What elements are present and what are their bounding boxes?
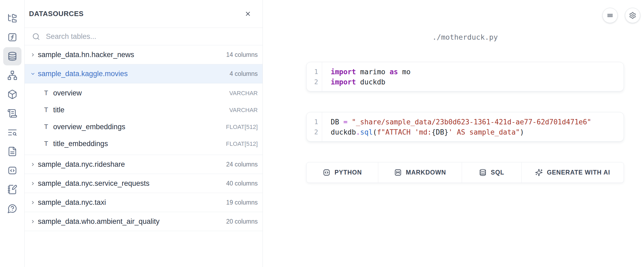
sidebar-item-snippets[interactable] [3,161,21,180]
dependency-graph-icon [7,70,17,80]
column-row[interactable]: TtitleVARCHAR [25,102,263,118]
close-panel-button[interactable] [242,8,254,20]
column-name: title_embeddings [53,140,108,148]
add-cell-button-label: PYTHON [334,169,362,176]
add-cell-generate-ai-button[interactable]: GENERATE WITH AI [522,162,624,183]
line-number: 1 [307,117,318,127]
table-row[interactable]: sample_data.kaggle.movies4 columns [25,64,263,83]
add-cell-button-label: SQL [491,169,504,176]
table-row[interactable]: sample_data.hn.hacker_news14 columns [25,45,263,64]
column-name: title [53,106,64,114]
code-token: ' AS sample_data" [448,128,520,136]
help-icon [7,203,17,214]
column-name: overview_embeddings [53,123,125,131]
column-type-icon: T [44,89,51,97]
code-token: "_share/sample_data/23b0d623-1361-421d-a… [352,118,591,126]
add-cell-bar: PYTHONMARKDOWNSQLGENERATE WITH AI [306,162,624,183]
snippets-icon [7,165,17,176]
markdown-box-icon [394,169,402,176]
sidebar-item-datasources[interactable] [3,47,21,65]
column-type-icon: T [44,140,51,148]
column-row[interactable]: ToverviewVARCHAR [25,85,263,102]
code-token: import [331,68,356,76]
sidebar-item-packages[interactable] [3,85,21,103]
table-column-count: 14 columns [226,51,258,58]
sparkles-icon [535,169,543,176]
table-name: sample_data.hn.hacker_news [38,51,134,59]
line-number: 2 [307,77,318,87]
function-icon [7,32,17,42]
add-cell-python-button[interactable]: PYTHON [307,162,378,183]
scratchpad-icon [7,184,17,195]
code-token: mo [398,68,410,76]
code-token: sql [360,128,373,136]
sidebar-item-help[interactable] [3,199,21,218]
table-name: sample_data.who.ambient_air_quality [38,217,159,226]
table-row[interactable]: sample_data.nyc.taxi19 columns [25,193,263,212]
sidebar-item-dependencies[interactable] [3,66,21,84]
table-row[interactable]: sample_data.nyc.rideshare24 columns [25,155,263,174]
code-token: duckdb [356,78,385,86]
table-name: sample_data.nyc.service_requests [38,179,150,188]
code-token: f"ATTACH 'md: [377,128,432,136]
panel-title: DATASOURCES [29,10,84,18]
file-tree-icon [7,13,17,23]
table-column-count: 24 columns [226,161,258,168]
sidebar-item-scratchpad[interactable] [3,180,21,199]
chevron-right-icon [30,200,35,205]
line-number-gutter: 12 [307,62,322,91]
add-cell-button-label: GENERATE WITH AI [547,169,610,176]
table-columns-group: ToverviewVARCHARTtitleVARCHARToverview_e… [25,83,263,155]
code-line: duckdb.sql(f"ATTACH 'md:{DB}' AS sample_… [331,127,617,137]
sidebar-item-file-explorer[interactable] [3,9,21,27]
search-input[interactable] [45,32,258,41]
table-column-count: 40 columns [226,180,258,187]
table-name: sample_data.nyc.rideshare [38,160,125,169]
chevron-down-icon [30,71,35,76]
column-type: FLOAT[512] [226,140,258,147]
column-row[interactable]: Toverview_embeddingsFLOAT[512] [25,118,263,135]
column-type: VARCHAR [229,107,258,114]
table-row[interactable]: sample_data.who.ambient_air_quality20 co… [25,212,263,231]
search-icon [32,32,40,41]
logs-icon [7,108,17,118]
chevron-right-icon [30,181,35,186]
search-row [25,28,263,45]
datasources-panel: DATASOURCES sample_data.hn.hacker_news14… [25,0,263,267]
code-token: as [390,68,398,76]
table-name: sample_data.nyc.taxi [38,198,106,207]
line-number-gutter: 12 [307,112,322,141]
code-cell: 12DB = "_share/sample_data/23b0d623-1361… [306,112,624,142]
chevron-right-icon [30,162,35,167]
document-icon [7,146,17,157]
sidebar-item-variables[interactable] [3,28,21,46]
close-icon [245,10,251,17]
code-token: {DB} [432,128,449,136]
code-line: DB = "_share/sample_data/23b0d623-1361-4… [331,117,617,127]
sidebar-item-logs[interactable] [3,104,21,123]
database-icon [479,169,487,176]
code-editor[interactable]: import marimo as moimport duckdb [322,62,624,91]
settings-button[interactable] [625,8,640,23]
notebook-filename[interactable]: ./motherduck.py [306,33,624,41]
sidebar-item-tracebacks[interactable] [3,123,21,142]
chevron-right-icon [30,52,35,57]
notebook-main: ./motherduck.py 12import marimo as moimp… [263,0,644,267]
table-row[interactable]: sample_data.nyc.service_requests40 colum… [25,174,263,193]
code-token: marimo [356,68,390,76]
add-cell-markdown-button[interactable]: MARKDOWN [378,162,462,183]
add-cell-sql-button[interactable]: SQL [462,162,522,183]
code-token: ( [373,128,377,136]
column-row[interactable]: Ttitle_embeddingsFLOAT[512] [25,135,263,152]
code-token: ) [520,128,524,136]
code-token [348,118,352,126]
gear-icon [629,12,636,19]
code-editor[interactable]: DB = "_share/sample_data/23b0d623-1361-4… [322,112,624,141]
table-column-count: 4 columns [230,70,258,77]
column-type-icon: T [44,123,51,131]
code-line: import marimo as mo [331,67,617,77]
code-cell: 12import marimo as moimport duckdb [306,62,624,91]
sidebar-item-documentation[interactable] [3,142,21,161]
column-type-icon: T [44,106,51,114]
line-number: 1 [307,67,318,77]
